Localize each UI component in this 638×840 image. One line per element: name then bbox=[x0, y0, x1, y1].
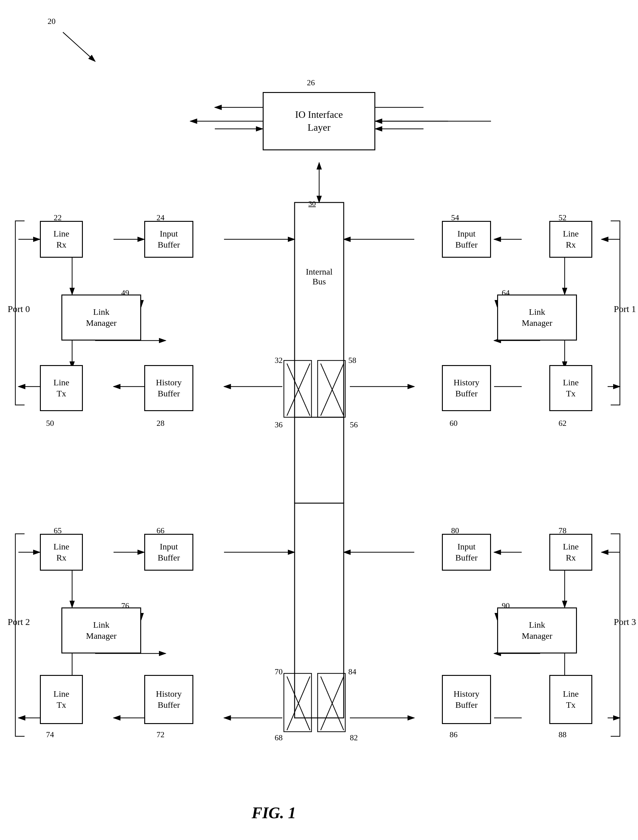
svg-line-55 bbox=[287, 676, 310, 730]
svg-line-49 bbox=[287, 363, 310, 416]
port2-input-buffer: InputBuffer bbox=[144, 534, 193, 571]
port1-history-buffer: HistoryBuffer bbox=[442, 365, 491, 411]
port3-history-buffer: HistoryBuffer bbox=[442, 675, 491, 724]
ref-86: 86 bbox=[450, 730, 458, 739]
ref-76: 76 bbox=[121, 601, 129, 611]
figure-label: FIG. 1 bbox=[252, 804, 296, 822]
ref-32: 32 bbox=[275, 356, 283, 365]
ref-60: 60 bbox=[450, 419, 458, 428]
svg-rect-53 bbox=[317, 360, 345, 417]
port2-label: Port 2 bbox=[8, 617, 30, 627]
svg-line-58 bbox=[321, 676, 344, 730]
svg-rect-27 bbox=[295, 503, 344, 718]
ref-82: 82 bbox=[350, 733, 358, 742]
port2-history-buffer: HistoryBuffer bbox=[144, 675, 193, 724]
ref-49: 49 bbox=[121, 288, 129, 298]
ref-28: 28 bbox=[156, 419, 164, 428]
ref-72: 72 bbox=[156, 730, 164, 739]
svg-line-3 bbox=[63, 32, 95, 62]
ref-36: 36 bbox=[275, 420, 283, 429]
svg-rect-56 bbox=[284, 673, 311, 732]
port3-link-manager: LinkManager bbox=[497, 608, 577, 654]
port3-label: Port 3 bbox=[614, 617, 636, 627]
ref-20: 20 bbox=[47, 17, 55, 26]
port2-link-manager: LinkManager bbox=[62, 608, 141, 654]
ref-22: 22 bbox=[54, 213, 62, 223]
svg-line-51 bbox=[321, 363, 344, 416]
internal-bus-label: InternalBus bbox=[299, 267, 339, 287]
port0-input-buffer: InputBuffer bbox=[144, 221, 193, 258]
svg-rect-26 bbox=[295, 202, 344, 417]
ref-68: 68 bbox=[275, 733, 283, 742]
port3-line-tx: LineTx bbox=[549, 675, 592, 724]
ref-78: 78 bbox=[559, 526, 567, 535]
port0-history-buffer: HistoryBuffer bbox=[144, 365, 193, 411]
ref-50: 50 bbox=[46, 419, 54, 428]
ref-65: 65 bbox=[54, 526, 62, 535]
svg-line-57 bbox=[321, 676, 344, 730]
port0-label: Port 0 bbox=[8, 304, 30, 314]
ref-62: 62 bbox=[559, 419, 567, 428]
ref-52: 52 bbox=[559, 213, 567, 223]
svg-line-48 bbox=[287, 363, 310, 416]
ref-26: 26 bbox=[307, 78, 315, 87]
ref-84: 84 bbox=[348, 667, 356, 676]
port2-line-rx: LineRx bbox=[40, 534, 83, 571]
ref-74: 74 bbox=[46, 730, 54, 739]
ref-66: 66 bbox=[156, 526, 164, 535]
port1-input-buffer: InputBuffer bbox=[442, 221, 491, 258]
port0-link-manager: LinkManager bbox=[62, 295, 141, 341]
svg-line-52 bbox=[321, 363, 344, 416]
ref-30: 30 bbox=[308, 199, 316, 208]
ref-90: 90 bbox=[502, 601, 510, 611]
port0-line-tx: LineTx bbox=[40, 365, 83, 411]
port0-line-rx: LineRx bbox=[40, 221, 83, 258]
svg-rect-50 bbox=[284, 360, 311, 417]
port1-line-tx: LineTx bbox=[549, 365, 592, 411]
ref-56: 56 bbox=[350, 420, 358, 429]
port1-link-manager: LinkManager bbox=[497, 295, 577, 341]
port3-line-rx: LineRx bbox=[549, 534, 592, 571]
ref-54: 54 bbox=[451, 213, 459, 223]
port3-input-buffer: InputBuffer bbox=[442, 534, 491, 571]
port1-label: Port 1 bbox=[614, 304, 636, 314]
ref-24: 24 bbox=[156, 213, 164, 223]
port1-line-rx: LineRx bbox=[549, 221, 592, 258]
svg-rect-59 bbox=[317, 673, 345, 732]
port2-line-tx: LineTx bbox=[40, 675, 83, 724]
ref-80: 80 bbox=[451, 526, 459, 535]
ref-58: 58 bbox=[348, 356, 356, 365]
ref-88: 88 bbox=[559, 730, 567, 739]
svg-line-54 bbox=[287, 676, 310, 730]
ref-64: 64 bbox=[502, 288, 510, 298]
io-interface-box: IO InterfaceLayer bbox=[263, 92, 375, 150]
ref-70: 70 bbox=[275, 667, 283, 676]
